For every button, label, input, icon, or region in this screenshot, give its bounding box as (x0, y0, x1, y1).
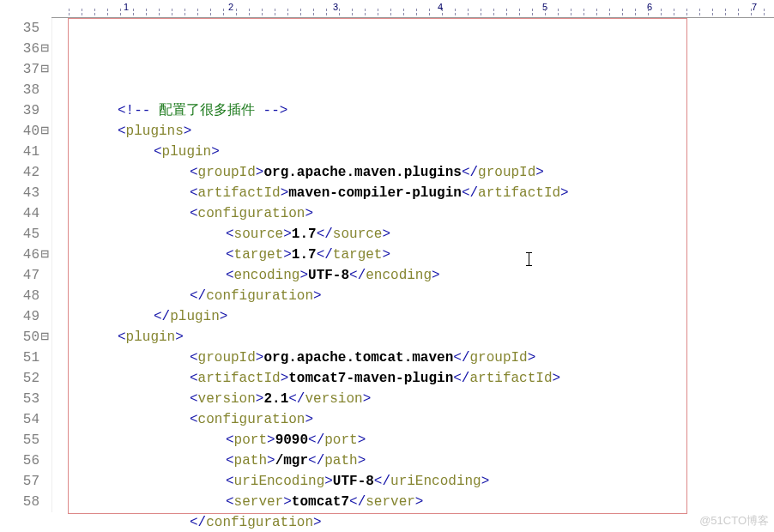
watermark: @51CTO博客 (699, 513, 769, 529)
fold-icon[interactable]: ⊟ (39, 39, 50, 59)
token: artifactId (198, 371, 281, 386)
code-area[interactable]: <!-- 配置了很多插件 --><plugins><plugin><groupI… (52, 18, 774, 532)
fold-icon[interactable]: ⊟ (39, 245, 50, 265)
line-number: 43 (0, 183, 50, 203)
token: port (324, 432, 357, 448)
line-number: 40⊟ (0, 121, 50, 142)
text-cursor-icon (529, 252, 529, 266)
code-line[interactable]: <artifactId>tomcat7-maven-plugin</artifa… (70, 368, 774, 389)
token: < (154, 144, 162, 160)
token: </ (453, 371, 469, 386)
token: version (305, 391, 362, 407)
token: </ (288, 391, 305, 407)
token: > (363, 391, 372, 407)
code-line[interactable]: </configuration> (70, 286, 774, 306)
token: </ (349, 494, 366, 510)
token: UTF-8 (333, 474, 374, 489)
token: configuration (206, 288, 313, 304)
token: uriEncoding (234, 474, 325, 489)
token: UTF-8 (308, 268, 349, 283)
token: </ (190, 288, 206, 304)
token: > (528, 350, 536, 366)
token: > (220, 309, 228, 324)
code-line[interactable]: <artifactId>maven-compiler-plugin</artif… (70, 183, 774, 203)
token: <!-- (118, 103, 150, 118)
token: > (283, 227, 292, 242)
code-line[interactable]: <path>/mgr</path> (70, 450, 774, 471)
token: </ (190, 515, 206, 530)
token: plugin (126, 329, 176, 345)
code-line[interactable]: <version>2.1</version> (70, 389, 774, 409)
code-line[interactable]: <uriEncoding>UTF-8</uriEncoding> (70, 471, 774, 492)
token: server (366, 494, 415, 510)
code-line[interactable]: <encoding>UTF-8</encoding> (70, 265, 774, 286)
code-line[interactable]: </plugin> (70, 306, 774, 327)
fold-icon[interactable]: ⊟ (39, 59, 50, 80)
token: </ (317, 227, 333, 242)
token: artifactId (469, 371, 552, 386)
token: tomcat7 (292, 494, 349, 510)
token: > (267, 453, 275, 469)
code-line[interactable]: <port>9090</port> (70, 430, 774, 450)
code-line[interactable]: <configuration> (70, 203, 774, 224)
token: > (281, 185, 289, 201)
code-line[interactable]: <plugin> (70, 142, 774, 162)
token: groupId (198, 165, 256, 180)
line-number: 53 (0, 389, 50, 409)
token: > (552, 371, 560, 386)
line-number: 46⊟ (0, 245, 50, 265)
line-number: 50⊟ (0, 327, 50, 348)
token: </ (453, 350, 469, 366)
code-line[interactable]: <configuration> (70, 409, 774, 430)
code-line[interactable]: <server>tomcat7</server> (70, 492, 774, 512)
token: </ (349, 268, 366, 283)
token: source (234, 227, 284, 242)
token: 配置了很多插件 (150, 103, 263, 118)
token: < (190, 206, 198, 221)
token: > (324, 474, 333, 489)
token: target (234, 247, 284, 263)
line-number: 48 (0, 286, 50, 306)
token: < (226, 268, 234, 283)
ruler-num-3: 3 (333, 2, 338, 12)
ruler-num-1: 1 (124, 2, 129, 12)
token: > (481, 474, 490, 489)
token: > (313, 288, 322, 304)
line-number: 45 (0, 224, 50, 245)
code-line[interactable]: <target>1.7</target> (70, 245, 774, 265)
line-number: 35 (0, 18, 50, 39)
line-number: 44 (0, 203, 50, 224)
editor-container: 3536⊟37⊟383940⊟414243444546⊟47484950⊟515… (0, 18, 774, 532)
code-line[interactable]: <!-- 配置了很多插件 --> (70, 100, 774, 121)
line-number: 37⊟ (0, 59, 50, 80)
token: </ (374, 474, 390, 489)
token: artifactId (478, 185, 560, 201)
token: target (333, 247, 383, 263)
code-line[interactable]: <groupId>org.apache.tomcat.maven</groupI… (70, 348, 774, 368)
token: plugin (162, 144, 212, 160)
token: port (234, 432, 267, 448)
token: groupId (469, 350, 527, 366)
token: < (190, 412, 198, 427)
code-line[interactable]: <plugins> (70, 121, 774, 142)
line-number: 39 (0, 100, 50, 121)
token: plugins (126, 124, 184, 139)
token: plugin (170, 309, 220, 324)
code-line[interactable]: <groupId>org.apache.maven.plugins</group… (70, 162, 774, 183)
token: > (382, 227, 390, 242)
code-line[interactable]: <plugin> (70, 327, 774, 348)
fold-icon[interactable]: ⊟ (39, 327, 50, 348)
token: > (256, 350, 264, 366)
code-line[interactable]: <source>1.7</source> (70, 224, 774, 245)
code-line[interactable]: </configuration> (70, 512, 774, 532)
token: uriEncoding (390, 474, 481, 489)
token: < (226, 474, 234, 489)
ruler-num-2: 2 (228, 2, 233, 12)
token: groupId (198, 350, 256, 366)
token: > (184, 124, 192, 139)
token: > (281, 371, 289, 386)
token: </ (462, 165, 478, 180)
fold-icon[interactable]: ⊟ (39, 121, 50, 142)
line-number: 52 (0, 368, 50, 389)
token: < (118, 124, 126, 139)
